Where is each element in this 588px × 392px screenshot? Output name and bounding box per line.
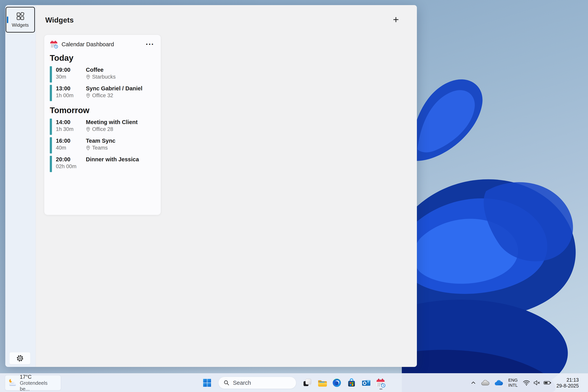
- edge-icon: [332, 378, 342, 388]
- event-location: Teams: [86, 145, 155, 151]
- file-explorer-icon: [317, 378, 327, 387]
- date: 29-8-2025: [556, 383, 579, 389]
- event-location: Office 32: [86, 92, 155, 98]
- event-color-bar: [50, 156, 52, 172]
- volume-muted-icon: [533, 380, 540, 386]
- location-pin-icon: [86, 127, 90, 132]
- location-pin-icon: [86, 146, 90, 150]
- system-tray: ENG INTL 21:13: [469, 374, 580, 392]
- event-color-bar: [50, 137, 52, 154]
- task-view-button[interactable]: [302, 375, 314, 390]
- language-code: ENG: [508, 378, 518, 383]
- event-color-bar: [50, 85, 52, 101]
- event-color-bar: [50, 118, 52, 135]
- event-duration: 30m: [56, 74, 86, 80]
- event-duration: 1h 00m: [56, 92, 86, 98]
- event-row[interactable]: 14:00 1h 30m Meeting with Client Office …: [50, 118, 155, 135]
- edge-browser-button[interactable]: [331, 375, 343, 390]
- event-duration: 1h 30m: [56, 126, 86, 132]
- event-title: Coffee: [86, 66, 155, 73]
- widgets-panel: Widgets Widgets + Calendar Dashboard •••…: [5, 5, 417, 367]
- event-title: Dinner with Jessica: [86, 156, 155, 163]
- start-button[interactable]: [201, 375, 213, 390]
- location-pin-icon: [86, 74, 90, 80]
- widget-title: Calendar Dashboard: [62, 41, 114, 48]
- search-icon: [224, 380, 230, 386]
- gray-cloud-icon: [481, 380, 490, 386]
- event-duration: 40m: [56, 145, 86, 151]
- event-title: Team Sync: [86, 137, 155, 144]
- event-row[interactable]: 13:00 1h 00m Sync Gabriel / Daniel Offic…: [50, 85, 155, 101]
- outlook-button[interactable]: [360, 375, 372, 390]
- selection-indicator: [7, 16, 8, 23]
- widget-header: Calendar Dashboard •••: [50, 40, 155, 48]
- event-title: Sync Gabriel / Daniel: [86, 85, 155, 92]
- weather-temperature: 17°C: [20, 374, 58, 380]
- calendar-dashboard-icon: [50, 40, 58, 48]
- calendar-dashboard-widget[interactable]: Calendar Dashboard ••• Today 09:00 30m C…: [44, 35, 161, 215]
- file-explorer-button[interactable]: [316, 375, 328, 390]
- gear-icon: [16, 354, 24, 362]
- event-row[interactable]: 16:00 40m Team Sync Teams: [50, 137, 155, 154]
- taskbar-center: Search: [201, 374, 387, 392]
- taskbar: 17°C Grotendeels be... Search: [0, 373, 588, 392]
- section-heading-today: Today: [50, 53, 155, 63]
- widgets-sidebar: Widgets: [5, 5, 36, 367]
- board-header: Widgets +: [36, 5, 417, 24]
- event-title: Meeting with Client: [86, 118, 155, 126]
- time: 21:13: [566, 377, 579, 383]
- event-time: 13:00: [56, 85, 86, 92]
- hidden-icons-button[interactable]: [469, 378, 478, 387]
- onedrive-button[interactable]: [493, 378, 504, 387]
- task-view-icon: [303, 378, 312, 388]
- widgets-icon: [16, 12, 25, 21]
- language-switcher[interactable]: ENG INTL: [507, 376, 519, 390]
- event-row[interactable]: 20:00 02h 00m Dinner with Jessica: [50, 156, 155, 172]
- quick-settings-button[interactable]: [521, 378, 553, 387]
- moon-cloud-weather-icon: [8, 378, 17, 388]
- sidebar-item-widgets[interactable]: Widgets: [6, 7, 35, 32]
- windows-logo-icon: [203, 378, 212, 387]
- running-indicator: [380, 388, 382, 390]
- chevron-up-icon: [470, 380, 476, 386]
- event-color-bar: [50, 66, 52, 82]
- outlook-icon: [362, 378, 371, 388]
- clock[interactable]: 21:13 29-8-2025: [555, 375, 580, 390]
- search-input[interactable]: Search: [218, 377, 296, 389]
- widgets-board: Widgets + Calendar Dashboard ••• Today 0…: [36, 5, 417, 367]
- calendar-app-button[interactable]: [375, 375, 387, 390]
- event-location: Starbucks: [86, 74, 155, 80]
- section-heading-tomorrow: Tomorrow: [50, 106, 155, 115]
- weather-cloud-tray-button[interactable]: [480, 378, 491, 387]
- onedrive-cloud-icon: [494, 380, 503, 386]
- settings-button[interactable]: [10, 352, 30, 364]
- calendar-app-icon: [376, 378, 386, 388]
- microsoft-store-icon: [347, 378, 356, 388]
- weather-widget-button[interactable]: 17°C Grotendeels be...: [5, 375, 61, 390]
- event-time: 09:00: [56, 66, 86, 73]
- event-duration: 02h 00m: [56, 164, 86, 170]
- event-time: 14:00: [56, 118, 86, 126]
- location-pin-icon: [86, 93, 90, 98]
- add-widget-button[interactable]: +: [392, 16, 400, 23]
- weather-condition: Grotendeels be...: [20, 380, 58, 392]
- event-time: 20:00: [56, 156, 86, 163]
- page-title: Widgets: [45, 16, 74, 24]
- battery-icon: [544, 381, 551, 385]
- wifi-icon: [523, 380, 530, 386]
- keyboard-layout: INTL: [508, 383, 518, 388]
- event-row[interactable]: 09:00 30m Coffee Starbucks: [50, 66, 155, 83]
- widget-more-options-button[interactable]: •••: [146, 42, 155, 47]
- bloom-flower-art: [402, 0, 588, 392]
- event-time: 16:00: [56, 137, 86, 144]
- event-location: Office 28: [86, 126, 155, 132]
- microsoft-store-button[interactable]: [346, 375, 358, 390]
- search-placeholder: Search: [233, 380, 251, 386]
- sidebar-item-label: Widgets: [12, 22, 29, 28]
